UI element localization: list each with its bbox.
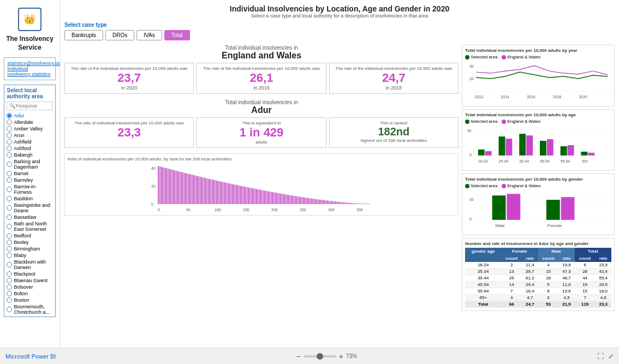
search-input[interactable]	[15, 103, 50, 109]
svg-rect-120	[230, 184, 231, 204]
svg-rect-248	[312, 199, 312, 204]
svg-text:45-54: 45-54	[540, 159, 550, 163]
list-item[interactable]: Basingstoke and Deane	[7, 202, 52, 214]
svg-rect-234	[303, 197, 303, 204]
org-logo: 👑	[16, 5, 44, 33]
list-item[interactable]: Barnsley	[7, 177, 52, 183]
case-type-button[interactable]: IVAs	[136, 30, 162, 40]
case-type-button[interactable]: Bankrupts	[64, 30, 103, 40]
list-item[interactable]: Birmingham	[7, 246, 52, 252]
svg-rect-255	[316, 199, 317, 204]
list-item[interactable]: Allerdale	[7, 119, 52, 126]
svg-text:30: 30	[469, 64, 474, 68]
case-type-button[interactable]: DROs	[105, 30, 134, 40]
svg-rect-8	[159, 166, 160, 204]
svg-rect-270	[326, 200, 326, 204]
list-item[interactable]: Bedford	[7, 232, 52, 239]
svg-text:50: 50	[186, 208, 191, 212]
svg-rect-98	[217, 181, 217, 204]
case-type-button[interactable]: Total	[164, 30, 190, 40]
list-item[interactable]: Amber Valley	[7, 126, 52, 132]
svg-rect-178	[267, 191, 268, 204]
th-age-sub	[465, 255, 501, 262]
svg-text:Female: Female	[547, 223, 562, 228]
svg-rect-206	[285, 194, 285, 204]
svg-text:65+: 65+	[582, 159, 588, 163]
zoom-slider[interactable]	[303, 355, 336, 357]
svg-rect-113	[226, 183, 227, 204]
svg-rect-235	[303, 198, 304, 204]
year-legend-selected: Selected area	[465, 55, 497, 59]
zoom-in-button[interactable]: +	[339, 352, 343, 361]
svg-rect-242	[308, 198, 308, 204]
svg-rect-44	[182, 172, 183, 204]
svg-rect-166	[260, 190, 260, 204]
contact-email-link[interactable]: statistics@insolvency.gov.uk	[7, 61, 52, 66]
list-item[interactable]: Babergh	[7, 152, 52, 158]
list-item[interactable]: Arun	[7, 132, 52, 139]
list-item[interactable]: Blackpool	[7, 271, 52, 277]
svg-rect-185	[272, 192, 272, 204]
svg-rect-320	[358, 204, 358, 204]
list-item[interactable]: Barnet	[7, 170, 52, 177]
search-box[interactable]: 🔍	[7, 102, 52, 110]
year-legend-selected-dot	[465, 55, 469, 59]
zoom-out-button[interactable]: −	[296, 352, 300, 361]
ew-stat2-year: in 2019	[200, 85, 323, 91]
svg-rect-158	[255, 189, 255, 204]
list-item[interactable]: Bexley	[7, 239, 52, 246]
svg-text:35-44: 35-44	[519, 159, 529, 163]
list-item[interactable]: Barking and Dagenham	[7, 158, 52, 170]
svg-rect-335	[367, 204, 367, 204]
fullscreen-icon[interactable]: ⛶	[597, 353, 604, 360]
page-title: Individual Insolvencies by Location, Age…	[64, 4, 615, 13]
svg-rect-386	[507, 194, 520, 220]
adur-stat2: This is equivalent to 1 in 429 adults	[197, 117, 326, 148]
svg-rect-339	[370, 204, 370, 204]
list-item[interactable]: Ashford	[7, 145, 52, 152]
svg-rect-315	[354, 203, 355, 204]
list-item[interactable]: Ashfield	[7, 139, 52, 145]
data-table: gender age Female Male Total count rate	[465, 248, 611, 308]
svg-rect-180	[269, 192, 269, 204]
svg-rect-17	[165, 168, 166, 204]
svg-rect-257	[318, 199, 318, 204]
svg-rect-337	[368, 204, 368, 204]
svg-rect-296	[342, 202, 343, 204]
svg-rect-152	[251, 188, 252, 204]
list-item[interactable]: Bassetlaw	[7, 214, 52, 220]
svg-rect-63	[194, 175, 195, 204]
svg-rect-264	[322, 200, 323, 204]
list-item[interactable]: Blackburn with Darwen	[7, 259, 52, 271]
case-type-buttons: BankruptsDROsIVAsTotal	[64, 30, 615, 40]
list-item[interactable]: Blaby	[7, 252, 52, 259]
svg-rect-280	[332, 201, 332, 204]
svg-rect-102	[219, 181, 220, 204]
list-item[interactable]: Bolton	[7, 290, 52, 297]
svg-rect-116	[228, 183, 229, 204]
contact-stats-link[interactable]: Individual insolvency statistics	[7, 66, 52, 77]
list-item[interactable]: Blaenau Gwent	[7, 277, 52, 284]
adur-stat2-sub: adults	[200, 140, 323, 145]
list-item[interactable]: Bolsover	[7, 284, 52, 290]
list-item[interactable]: Boston	[7, 297, 52, 303]
svg-rect-33	[176, 171, 176, 204]
list-item[interactable]: Bournemouth, Christchurch a...	[7, 303, 52, 314]
list-item[interactable]: Barrow-in-Furness	[7, 183, 52, 195]
powerbi-link[interactable]: Microsoft Power BI	[5, 353, 56, 360]
list-item[interactable]: Basildon	[7, 195, 52, 202]
th-t-rate-sub: rate	[596, 255, 611, 262]
svg-rect-241	[307, 198, 308, 204]
adur-stat3: This is ranked 182nd highest out of 336 …	[329, 117, 459, 148]
svg-rect-47	[184, 173, 185, 204]
age-chart-box: Total individual insolvencies per 10,000…	[462, 109, 615, 171]
ew-stat1-desc: The rate of the individual insolvencies …	[68, 66, 191, 71]
svg-rect-265	[323, 200, 323, 204]
svg-rect-244	[309, 198, 310, 204]
ew-stat2-value: 26,1	[200, 71, 323, 85]
expand-icon[interactable]: ⤢	[608, 353, 614, 360]
list-item[interactable]: Adur	[7, 112, 52, 119]
svg-rect-106	[222, 182, 222, 204]
svg-rect-76	[203, 177, 203, 204]
list-item[interactable]: Bath and North East Somerset	[7, 220, 52, 232]
